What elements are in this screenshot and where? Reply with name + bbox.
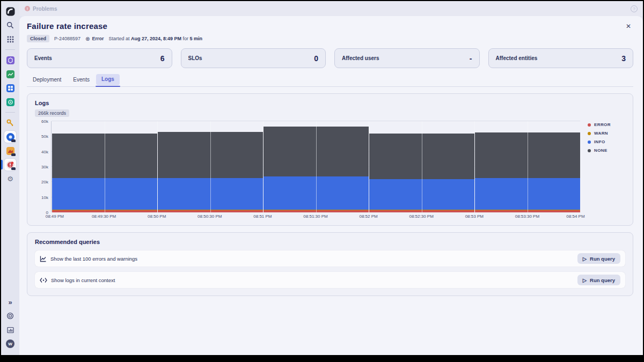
gridline-vertical	[263, 121, 264, 212]
problems-app-icon[interactable]	[1, 158, 19, 171]
run-query-button[interactable]: ▷ Run query	[577, 253, 620, 264]
app-grid-icon[interactable]	[1, 33, 19, 46]
legend-dot	[588, 123, 591, 127]
help-icon[interactable]	[1, 309, 19, 322]
extensions-app-icon[interactable]	[1, 144, 19, 157]
grail-app-icon[interactable]	[1, 130, 19, 143]
recommended-queries-panel: Recommended queries Show the last 100 er…	[27, 232, 633, 296]
y-axis-tick-label: 10k	[41, 195, 48, 200]
severity-label: Error	[92, 36, 104, 41]
topbar: ! Problems ?	[19, 1, 643, 16]
query-label: Show logs in current context	[51, 277, 115, 283]
gridline-vertical	[474, 121, 475, 212]
gridline-vertical	[422, 121, 422, 212]
duration: 5 min	[190, 36, 203, 41]
x-axis-tick-label: 08:49:30 PM	[92, 214, 116, 219]
access-keys-icon[interactable]	[1, 116, 19, 129]
run-query-button[interactable]: ▷ Run query	[577, 275, 620, 285]
topbar-help-icon[interactable]: ?	[631, 5, 638, 12]
line-chart-icon	[40, 255, 47, 262]
stat-card-affected-entities[interactable]: Affected entities 3	[488, 48, 634, 68]
detail-tabs: Deployment Events Logs	[27, 74, 633, 87]
x-axis-tick-label: 08:53 PM	[465, 214, 484, 219]
recommended-query-row[interactable]: Show the last 100 errors and warnings ▷ …	[35, 250, 625, 267]
sidebar: ⚙ » W	[1, 1, 19, 355]
kubernetes-app-icon[interactable]	[1, 54, 19, 67]
stat-card-affected-users[interactable]: Affected users -	[334, 48, 480, 68]
y-axis-tick-label: 60k	[41, 119, 48, 124]
app-window: ⚙ » W ! Problems ? Failure rate increase	[1, 1, 643, 355]
legend-item-warn[interactable]: WARN	[588, 131, 625, 136]
stat-value: 3	[621, 54, 626, 63]
logs-panel: Logs 266k records 010k20k30k40k50k60k 08…	[27, 93, 633, 226]
close-icon[interactable]: ✕	[624, 21, 633, 31]
error-circle-icon: ⊗	[85, 36, 90, 42]
records-count-badge: 266k records	[35, 109, 69, 117]
active-app-indicator	[1, 160, 3, 169]
gridline-vertical	[210, 121, 211, 212]
tab-problems[interactable]: ! Problems	[25, 6, 57, 12]
legend-label: WARN	[594, 131, 608, 136]
x-axis-tick-label: 08:52 PM	[359, 214, 377, 219]
stat-cards-row: Events 6 SLOs 0 Affected users - Affecte…	[27, 48, 633, 68]
dynatrace-logo-icon[interactable]	[1, 5, 19, 18]
user-avatar[interactable]: W	[1, 337, 19, 350]
sidebar-divider	[5, 112, 15, 113]
recommended-queries-title: Recommended queries	[35, 239, 625, 245]
sidebar-divider	[5, 49, 15, 50]
gridline-vertical	[316, 121, 317, 212]
tab-deployment[interactable]: Deployment	[27, 74, 67, 86]
legend-label: ERROR	[594, 122, 611, 127]
started-text: Started at Aug 27, 2024, 8:49 PM for 5 m…	[108, 36, 202, 41]
x-axis-tick-label: 08:54 PM	[566, 214, 584, 219]
clouds-app-icon[interactable]	[1, 95, 19, 108]
y-axis-tick-label: 50k	[41, 134, 48, 139]
settings-app-icon[interactable]: ⚙	[1, 172, 19, 185]
problem-meta: Closed P-24088597 ⊗ Error Started at Aug…	[27, 35, 633, 42]
avatar-initial: W	[6, 339, 14, 348]
play-icon: ▷	[583, 256, 587, 262]
dashboards-app-icon[interactable]	[1, 82, 19, 94]
stat-card-events[interactable]: Events 6	[27, 48, 172, 68]
y-axis-tick-label: 40k	[41, 149, 48, 154]
recommended-query-row[interactable]: Show logs in current context ▷ Run query	[35, 272, 625, 288]
x-axis-tick-label: 08:51:30 PM	[303, 214, 327, 219]
smartscape-app-icon[interactable]	[1, 68, 19, 80]
monitoring-icon[interactable]	[1, 323, 19, 336]
log-volume-chart: 010k20k30k40k50k60k 08:49 PM08:49:30 PM0…	[35, 121, 625, 221]
problems-tab-icon: !	[25, 6, 30, 11]
stat-value: 0	[314, 54, 318, 63]
stat-label: Affected users	[342, 55, 379, 61]
chart-legend: ERRORWARNINFONONE	[580, 121, 625, 221]
play-icon: ▷	[583, 277, 587, 283]
code-icon	[40, 277, 47, 283]
gridline-vertical	[369, 121, 369, 212]
gridline-vertical	[105, 121, 105, 212]
problem-id: P-24088597	[54, 36, 80, 41]
legend-label: NONE	[594, 148, 608, 153]
chevrons-right-icon: »	[8, 299, 12, 306]
run-query-label: Run query	[590, 277, 615, 283]
y-axis-tick-label: 30k	[41, 165, 48, 169]
main-area: ! Problems ? Failure rate increase ✕ Clo…	[19, 1, 643, 355]
expand-sidebar-icon[interactable]: »	[1, 295, 19, 308]
legend-item-info[interactable]: INFO	[588, 139, 625, 144]
stat-value: 6	[160, 54, 165, 63]
x-axis-tick-label: 08:53:30 PM	[515, 214, 539, 219]
legend-item-none[interactable]: NONE	[588, 148, 625, 153]
run-query-label: Run query	[590, 256, 615, 262]
gridline-vertical	[528, 121, 528, 212]
search-icon[interactable]	[1, 19, 19, 32]
help-glyph: ?	[633, 6, 635, 11]
legend-item-error[interactable]: ERROR	[588, 122, 625, 127]
legend-dot	[588, 141, 591, 144]
stat-card-slos[interactable]: SLOs 0	[181, 48, 326, 68]
x-axis-tick-label: 08:49 PM	[46, 214, 64, 219]
x-axis-tick-label: 08:52:30 PM	[409, 214, 434, 219]
tab-events[interactable]: Events	[68, 74, 95, 86]
log-chart-plot	[51, 121, 580, 212]
tab-logs[interactable]: Logs	[96, 74, 120, 85]
x-axis-tick-label: 08:51 PM	[253, 214, 272, 219]
chart-x-axis: 08:49 PM08:49:30 PM08:50 PM08:50:30 PM08…	[51, 214, 580, 221]
problem-detail-page: Failure rate increase ✕ Closed P-2408859…	[19, 16, 643, 355]
